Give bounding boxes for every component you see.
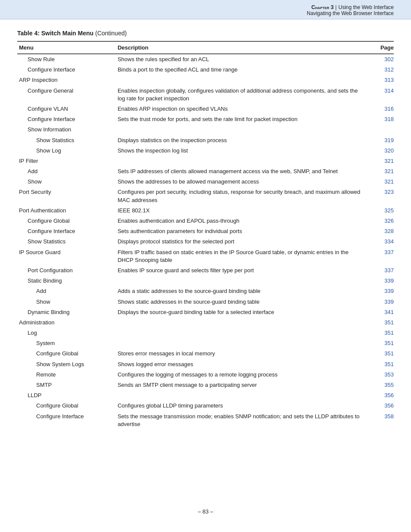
cell-page[interactable]: 321 (367, 177, 394, 187)
cell-page[interactable]: 321 (367, 156, 394, 166)
cell-menu: LLDP (17, 390, 116, 401)
cell-desc: Configures per port security, including … (116, 187, 367, 205)
table-row: AddSets IP addresses of clients allowed … (17, 166, 394, 177)
cell-menu: Configure VLAN (17, 104, 116, 114)
table-row: Configure GlobalStores error messages in… (17, 348, 394, 359)
cell-page[interactable]: 353 (367, 370, 394, 380)
cell-page[interactable]: 312 (367, 65, 394, 75)
cell-desc (116, 317, 367, 328)
chapter-line: Chapter 3|Using the Web Interface (17, 4, 394, 10)
cell-page[interactable]: 351 (367, 317, 394, 328)
cell-menu: Static Binding (17, 276, 116, 286)
table-row: Configure InterfaceSets the message tran… (17, 411, 394, 429)
table-row: Log351 (17, 328, 394, 338)
table-row: RemoteConfigures the logging of messages… (17, 370, 394, 380)
cell-page[interactable]: 326 (367, 216, 394, 226)
cell-page[interactable]: 337 (367, 247, 394, 265)
cell-page[interactable]: 339 (367, 286, 394, 296)
cell-desc: Sets authentication parameters for indiv… (116, 226, 367, 236)
cell-desc: Enables ARP inspection on specified VLAN… (116, 104, 367, 114)
cell-page[interactable]: 356 (367, 390, 394, 401)
table-row: Show StatisticsDisplays statistics on th… (17, 135, 394, 146)
cell-desc: Displays protocol statistics for the sel… (116, 236, 367, 247)
cell-menu: IP Filter (17, 156, 116, 166)
table-row: Dynamic BindingDisplays the source-guard… (17, 307, 394, 317)
cell-menu: Configure Global (17, 216, 116, 226)
table-row: Configure InterfaceSets authentication p… (17, 226, 394, 236)
nav-line: Navigating the Web Browser Interface (17, 10, 394, 16)
cell-page[interactable]: 351 (367, 359, 394, 370)
table-row: SMTPSends an SMTP client message to a pa… (17, 380, 394, 390)
table-row: IP Filter321 (17, 156, 394, 166)
cell-desc: Filters IP traffic based on static entri… (116, 247, 367, 265)
cell-page[interactable]: 341 (367, 307, 394, 317)
cell-page[interactable]: 358 (367, 411, 394, 429)
separator: | (335, 4, 336, 10)
cell-page[interactable]: 351 (367, 338, 394, 348)
table-row: Port ConfigurationEnables IP source guar… (17, 265, 394, 276)
cell-desc: Sets the message transmission mode; enab… (116, 411, 367, 429)
table-row: Static Binding339 (17, 276, 394, 286)
cell-menu: Port Configuration (17, 265, 116, 276)
cell-page[interactable]: 356 (367, 401, 394, 411)
cell-page[interactable] (367, 124, 394, 135)
cell-page[interactable]: 355 (367, 380, 394, 390)
cell-page[interactable]: 316 (367, 104, 394, 114)
cell-desc: IEEE 802.1X (116, 205, 367, 216)
cell-desc: Adds a static addresses to the source-gu… (116, 286, 367, 296)
chapter-title-text: Using the Web Interface (338, 4, 394, 10)
cell-desc: Shows the rules specified for an ACL (116, 54, 367, 65)
col-header-description: Description (116, 41, 367, 54)
cell-desc: Sends an SMTP client message to a partic… (116, 380, 367, 390)
main-table: Menu Description Page Show RuleShows the… (17, 41, 394, 429)
cell-page[interactable]: 339 (367, 276, 394, 286)
cell-page[interactable]: 325 (367, 205, 394, 216)
table-row: LLDP356 (17, 390, 394, 401)
cell-menu: Dynamic Binding (17, 307, 116, 317)
cell-page[interactable]: 334 (367, 236, 394, 247)
cell-desc: Displays the source-guard binding table … (116, 307, 367, 317)
cell-page[interactable]: 302 (367, 54, 394, 65)
cell-menu: Log (17, 328, 116, 338)
cell-menu: Port Authentication (17, 205, 116, 216)
cell-desc: Sets the trust mode for ports, and sets … (116, 114, 367, 124)
page-footer: – 83 – (0, 500, 411, 523)
cell-menu: Administration (17, 317, 116, 328)
main-content: Table 4: Switch Main Menu (Continued) Me… (0, 19, 411, 447)
cell-page[interactable]: 318 (367, 114, 394, 124)
page-header: Chapter 3|Using the Web Interface Naviga… (0, 0, 411, 19)
cell-desc: Binds a port to the specified ACL and ti… (116, 65, 367, 75)
cell-page[interactable]: 351 (367, 348, 394, 359)
table-row: IP Source GuardFilters IP traffic based … (17, 247, 394, 265)
cell-page[interactable]: 351 (367, 328, 394, 338)
page-number: – 83 – (198, 508, 213, 515)
cell-page[interactable]: 320 (367, 146, 394, 156)
table-row: ShowShows the addresses to be allowed ma… (17, 177, 394, 187)
chapter-label: Chapter 3 (311, 4, 334, 10)
table-row: ARP Inspection313 (17, 75, 394, 85)
cell-page[interactable]: 337 (367, 265, 394, 276)
table-row: Port SecurityConfigures per port securit… (17, 187, 394, 205)
col-header-page: Page (367, 41, 394, 54)
cell-page[interactable]: 321 (367, 166, 394, 177)
cell-page[interactable]: 323 (367, 187, 394, 205)
cell-desc (116, 276, 367, 286)
cell-menu: Configure Interface (17, 65, 116, 75)
cell-menu: Configure Interface (17, 411, 116, 429)
table-title: Table 4: Switch Main Menu (Continued) (17, 30, 394, 37)
cell-page[interactable]: 314 (367, 86, 394, 104)
cell-menu: Show Information (17, 124, 116, 135)
cell-page[interactable]: 319 (367, 135, 394, 146)
table-row: System351 (17, 338, 394, 348)
cell-page[interactable]: 339 (367, 297, 394, 307)
table-row: Configure VLANEnables ARP inspection on … (17, 104, 394, 114)
cell-menu: SMTP (17, 380, 116, 390)
table-row: Show RuleShows the rules specified for a… (17, 54, 394, 65)
table-row: Configure GlobalEnables authentication a… (17, 216, 394, 226)
cell-menu: Configure Interface (17, 114, 116, 124)
cell-page[interactable]: 313 (367, 75, 394, 85)
cell-desc (116, 328, 367, 338)
cell-menu: ARP Inspection (17, 75, 116, 85)
cell-page[interactable]: 328 (367, 226, 394, 236)
cell-desc (116, 338, 367, 348)
